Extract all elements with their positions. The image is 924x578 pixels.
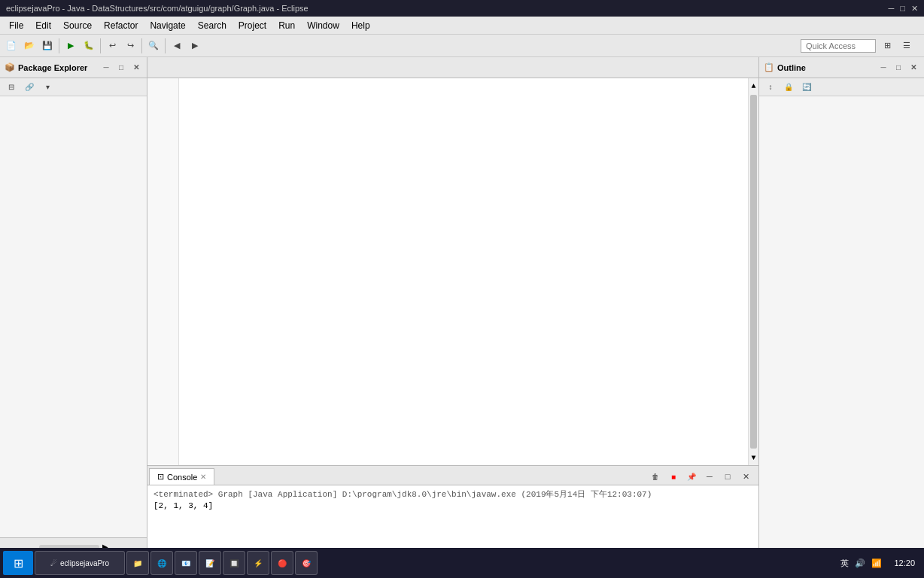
menu-source[interactable]: Source (57, 19, 98, 32)
sep3 (141, 38, 142, 53)
menu-bar: FileEditSourceRefactorNavigateSearchProj… (0, 17, 924, 35)
tray-network: 📶 (871, 558, 882, 568)
console-status: <terminated> Graph [Java Application] D:… (153, 488, 752, 500)
console-minimize-btn[interactable]: ─ (701, 468, 718, 485)
menu-help[interactable]: Help (345, 19, 376, 32)
console-tab-close[interactable]: ✕ (200, 473, 206, 481)
outline-minimize-btn[interactable]: ─ (877, 62, 889, 74)
forward-btn[interactable]: ▶ (187, 38, 203, 54)
menu-search[interactable]: Search (192, 19, 233, 32)
console-pin-btn[interactable]: 📌 (683, 468, 700, 485)
quick-access-input[interactable] (801, 39, 876, 53)
line-numbers (147, 78, 179, 465)
console-icon: ⊡ (157, 472, 164, 482)
outline-toolbar: ↕ 🔒 🔄 (759, 78, 924, 96)
code-content[interactable] (179, 78, 748, 465)
undo-btn[interactable]: ↩ (104, 38, 120, 54)
eclipse-label: eclipsejavaPro (60, 559, 109, 567)
back-btn[interactable]: ◀ (169, 38, 185, 54)
maximize-btn[interactable]: □ (900, 4, 905, 14)
collapse-all-btn[interactable]: ⊟ (3, 79, 20, 96)
console-tab-label: Console (167, 473, 197, 482)
panel-close-btn[interactable]: ✕ (130, 62, 142, 74)
pe-menu-btn[interactable]: ▾ (39, 79, 56, 96)
package-explorer-tree (0, 96, 147, 537)
sep4 (165, 38, 166, 53)
scroll-thumb[interactable] (750, 95, 757, 449)
editor-scrollbar[interactable]: ▲ ▼ (748, 78, 758, 465)
console-content: <terminated> Graph [Java Application] D:… (147, 485, 758, 555)
package-explorer-toolbar: ⊟ 🔗 ▾ (0, 78, 147, 96)
open-btn[interactable]: 📂 (21, 38, 38, 54)
outline-tree (759, 96, 924, 555)
link-editor-btn[interactable]: 🔗 (21, 79, 38, 96)
sync-btn[interactable]: 🔄 (798, 79, 815, 96)
sort-btn[interactable]: ↕ (762, 79, 779, 96)
editor-area: ▲ ▼ (147, 57, 758, 465)
console-maximize-btn[interactable]: □ (719, 468, 736, 485)
scroll-down-btn[interactable]: ▼ (749, 450, 758, 465)
console-panel: ⊡ Console ✕ 🗑 ■ 📌 ─ □ ✕ <terminated> Gra… (147, 465, 758, 555)
package-explorer-title: Package Explorer (18, 63, 97, 72)
hide-fields-btn[interactable]: 🔒 (780, 79, 797, 96)
title-bar: eclipsejavaPro - Java - DataStructures/s… (0, 0, 924, 17)
menu-refactor[interactable]: Refactor (98, 19, 144, 32)
sep1 (59, 38, 59, 53)
menu-run[interactable]: Run (272, 19, 301, 32)
title-text: eclipsejavaPro - Java - DataStructures/s… (6, 4, 309, 13)
code-editor[interactable]: ▲ ▼ (147, 78, 758, 465)
debug-btn[interactable]: 🐛 (81, 38, 97, 54)
quick-access-area: ⊞ ☰ (801, 38, 921, 54)
taskbar-ie[interactable]: 🌐 (150, 551, 173, 575)
outline-panel: 📋 Outline ─ □ ✕ ↕ 🔒 🔄 (758, 57, 924, 555)
package-explorer-icon: 📦 (5, 62, 15, 72)
panel-minimize-btn[interactable]: ─ (100, 62, 112, 74)
menu-navigate[interactable]: Navigate (144, 19, 191, 32)
menu-window[interactable]: Window (301, 19, 345, 32)
taskbar-file-explorer[interactable]: 📁 (126, 551, 149, 575)
redo-btn[interactable]: ↪ (122, 38, 138, 54)
main-layout: 📦 Package Explorer ─ □ ✕ ⊟ 🔗 ▾ ▶ (0, 57, 924, 555)
tray-lang: 英 (840, 558, 849, 569)
new-btn[interactable]: 📄 (3, 38, 20, 54)
package-explorer-header: 📦 Package Explorer ─ □ ✕ (0, 57, 147, 78)
start-button[interactable]: ⊞ (3, 551, 33, 575)
taskbar: ⊞ ☄ eclipsejavaPro 📁 🌐 📧 📝 🔲 ⚡ 🔴 🎯 英 🔊 📶… (0, 548, 924, 578)
perspective-btn[interactable]: ⊞ (879, 38, 895, 54)
taskbar-app5[interactable]: 🔲 (223, 551, 245, 575)
console-clear-btn[interactable]: 🗑 (647, 468, 664, 485)
menu-file[interactable]: File (3, 19, 29, 32)
menu-project[interactable]: Project (233, 19, 272, 32)
taskbar-eclipse[interactable]: ☄ eclipsejavaPro (35, 551, 125, 575)
console-close-btn[interactable]: ✕ (737, 468, 754, 485)
tray-sound: 🔊 (855, 558, 865, 568)
console-tab[interactable]: ⊡ Console ✕ (149, 468, 214, 485)
panel-maximize-btn[interactable]: □ (115, 62, 127, 74)
menu-edit[interactable]: Edit (29, 19, 57, 32)
console-output: [2, 1, 3, 4] (153, 501, 752, 510)
taskbar-app8[interactable]: 🎯 (295, 551, 318, 575)
eclipse-icon: ☄ (50, 559, 57, 567)
taskbar-app4[interactable]: 📝 (199, 551, 221, 575)
view-btn[interactable]: ☰ (898, 38, 915, 54)
outline-close-btn[interactable]: ✕ (907, 62, 919, 74)
start-icon: ⊞ (14, 556, 23, 570)
taskbar-app7[interactable]: 🔴 (271, 551, 293, 575)
scroll-up-btn[interactable]: ▲ (749, 78, 758, 93)
sep2 (100, 38, 101, 53)
editor-right-container: ▲ ▼ ⊡ Console ✕ 🗑 ■ 📌 ─ □ (147, 57, 758, 555)
package-explorer-panel: 📦 Package Explorer ─ □ ✕ ⊟ 🔗 ▾ ▶ (0, 57, 147, 555)
outline-title: Outline (777, 63, 874, 72)
close-btn[interactable]: ✕ (911, 4, 918, 14)
search-btn[interactable]: 🔍 (145, 38, 162, 54)
taskbar-app3[interactable]: 📧 (175, 551, 197, 575)
outline-maximize-btn[interactable]: □ (892, 62, 904, 74)
toolbar: 📄 📂 💾 ▶ 🐛 ↩ ↪ 🔍 ◀ ▶ ⊞ ☰ (0, 35, 924, 57)
save-btn[interactable]: 💾 (39, 38, 56, 54)
taskbar-system-tray: 英 🔊 📶 12:20 (840, 558, 921, 569)
console-terminate-btn[interactable]: ■ (665, 468, 682, 485)
taskbar-app6[interactable]: ⚡ (247, 551, 269, 575)
run-btn[interactable]: ▶ (62, 38, 79, 54)
editor-tabs (147, 57, 758, 78)
minimize-btn[interactable]: ─ (889, 4, 895, 14)
